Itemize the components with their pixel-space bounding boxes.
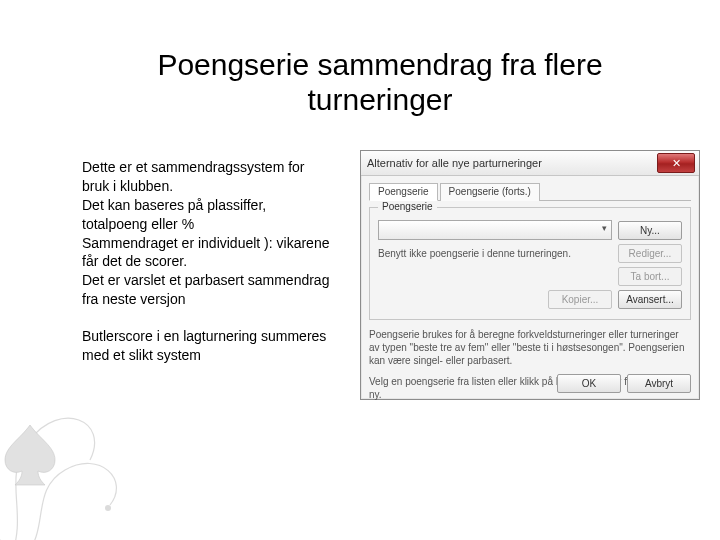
avansert-button[interactable]: Avansert...: [618, 290, 682, 309]
ok-button[interactable]: OK: [557, 374, 621, 393]
slide-title: Poengserie sammendrag fra flere turnerin…: [100, 48, 660, 117]
help-text: Poengserie brukes for å beregne forkveld…: [369, 328, 691, 367]
options-dialog: Alternativ for alle nye parturneringer ✕…: [360, 150, 700, 400]
rediger-button[interactable]: Rediger...: [618, 244, 682, 263]
tabort-button[interactable]: Ta bort...: [618, 267, 682, 286]
svg-point-0: [105, 505, 111, 511]
kopier-button[interactable]: Kopier...: [548, 290, 612, 309]
dialog-titlebar: Alternativ for alle nye parturneringer ✕: [361, 151, 699, 176]
tab-poengserie[interactable]: Poengserie: [369, 183, 438, 201]
poengserie-group: Poengserie Ny... Benytt ikke poengserie …: [369, 207, 691, 320]
cancel-button[interactable]: Avbryt: [627, 374, 691, 393]
close-icon: ✕: [672, 158, 681, 169]
body-text: Dette er et sammendragssystem for bruk i…: [82, 158, 332, 383]
dialog-title: Alternativ for alle nye parturneringer: [367, 157, 542, 169]
tab-poengserie-forts[interactable]: Poengserie (forts.): [440, 183, 540, 201]
body-paragraph: Butlerscore i en lagturnering summeres m…: [82, 327, 332, 365]
ny-button[interactable]: Ny...: [618, 221, 682, 240]
body-paragraph: Dette er et sammendragssystem for bruk i…: [82, 158, 332, 309]
poengserie-dropdown[interactable]: [378, 220, 612, 240]
dialog-footer: OK Avbryt: [557, 374, 691, 393]
close-button[interactable]: ✕: [657, 153, 695, 173]
group-legend: Poengserie: [378, 201, 437, 212]
inline-message: Benytt ikke poengserie i denne turnering…: [378, 248, 612, 259]
dialog-tabs: Poengserie Poengserie (forts.): [369, 182, 691, 201]
